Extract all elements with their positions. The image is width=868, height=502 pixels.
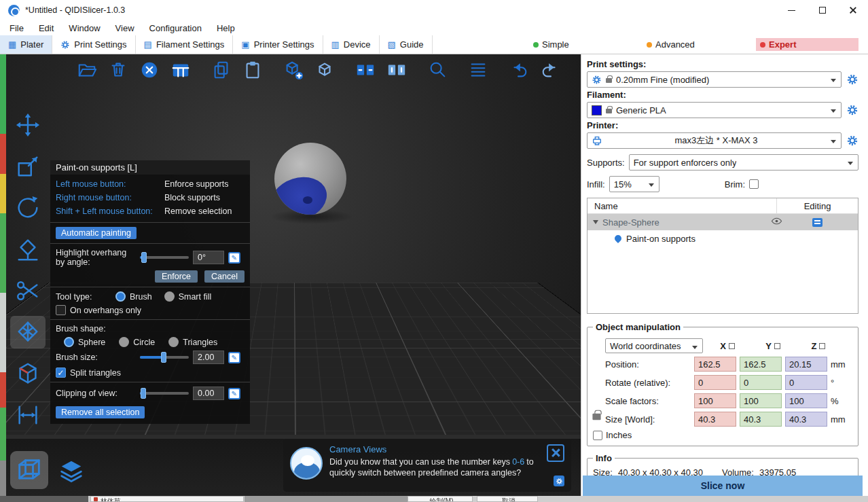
copy-button[interactable] [209,57,234,83]
model-sphere[interactable] [274,143,346,215]
move-tool[interactable] [10,109,46,141]
scale-x-field[interactable]: 100 [694,393,736,408]
brush-size-slider[interactable] [140,356,189,359]
visibility-eye-icon[interactable] [771,217,782,228]
undo-button[interactable] [506,57,532,83]
filament-gear-button[interactable] [846,104,858,116]
object-row-shape-sphere[interactable]: Shape-Sphere [587,214,858,230]
scale-tool[interactable] [10,150,46,183]
scale-z-field[interactable]: 100 [785,393,827,408]
tab-plater[interactable]: ▦ Plater [0,35,52,54]
tab-printer-settings[interactable]: ▣ Printer Settings [233,35,323,54]
print-settings-combo[interactable]: 0.20mm Fine (modified) [587,71,842,88]
size-x-field[interactable]: 40.3 [694,412,736,427]
menu-edit[interactable]: Edit [39,23,54,33]
highlight-overhang-value[interactable]: 0° [193,251,224,264]
brim-checkbox[interactable] [749,179,759,189]
brush-radio[interactable] [115,291,126,302]
edit-value-icon[interactable]: ✎ [228,388,240,399]
tab-print-settings[interactable]: Print Settings [52,35,135,54]
menu-window[interactable]: Window [69,23,100,33]
notification-close-button[interactable] [547,444,564,462]
paint-supports-tool[interactable] [10,316,46,348]
editor-view-toggle[interactable] [10,451,48,489]
rotate-x-field[interactable]: 0 [694,375,736,390]
row-editing-icon[interactable] [812,218,822,227]
print-settings-gear-button[interactable] [846,73,858,86]
enforce-button[interactable]: Enforce [155,270,198,283]
printer-gear-button[interactable] [846,135,858,147]
mode-simple[interactable]: Simple [529,38,632,51]
position-z-field[interactable]: 20.15 [785,357,827,372]
automatic-painting-button[interactable]: Automatic painting [56,227,137,239]
open-project-button[interactable] [74,57,100,83]
close-button[interactable] [837,0,868,20]
size-y-field[interactable]: 40.3 [740,412,782,427]
split-parts-button[interactable] [384,57,410,83]
cancel-button[interactable]: Cancel [204,270,245,283]
preview-view-toggle[interactable] [52,451,90,489]
highlight-overhang-slider[interactable] [140,256,189,259]
menu-view[interactable]: View [115,23,134,33]
object-row-paint-on-supports[interactable]: Paint-on supports [587,230,858,247]
edit-value-icon[interactable]: ✎ [228,252,240,264]
printer-combo[interactable]: max3左边 * X-MAX 3 [587,132,842,149]
inches-checkbox[interactable] [593,431,602,440]
tab-filament-settings[interactable]: ▤ Filament Settings [136,35,234,54]
add-instance-button[interactable] [281,57,306,83]
menu-configuration[interactable]: Configuration [149,23,202,33]
position-x-field[interactable]: 162.5 [694,357,736,372]
redo-button[interactable] [537,57,563,83]
clipping-value[interactable]: 0.00 [193,387,224,400]
background-window-button[interactable]: 取消 [477,496,538,502]
rotate-y-field[interactable]: 0 [740,375,782,390]
remove-instance-button[interactable] [312,57,338,83]
cut-tool[interactable] [10,274,46,307]
search-button[interactable] [424,57,450,83]
delete-all-button[interactable] [137,57,162,83]
mode-advanced[interactable]: Advanced [643,38,745,51]
uniform-scale-lock-icon[interactable] [592,414,600,420]
chevron-down-icon[interactable] [593,220,598,227]
measure-tool[interactable] [10,399,46,431]
menu-file[interactable]: File [10,23,24,33]
clipping-slider[interactable] [140,392,189,395]
remove-all-selection-button[interactable]: Remove all selection [56,406,145,418]
background-window-button[interactable]: 绘制(M) [408,496,473,502]
split-objects-button[interactable] [352,57,378,83]
brush-size-value[interactable]: 2.00 [193,351,224,364]
coordinates-combo[interactable]: World coordinates [605,338,703,353]
paste-button[interactable] [240,57,266,83]
tab-device[interactable]: ▥ Device [323,35,380,54]
place-on-face-tool[interactable] [10,233,46,266]
variable-layer-height-button[interactable] [465,57,491,83]
rotate-tool[interactable] [10,192,46,224]
rotate-z-field[interactable]: 0 [785,375,827,390]
slice-now-button[interactable]: Slice now [583,476,863,496]
mode-expert[interactable]: Expert [756,38,858,51]
delete-button[interactable] [105,57,131,83]
scale-y-field[interactable]: 100 [740,393,782,408]
supports-combo[interactable]: For support enforcers only [629,154,858,171]
smart-fill-radio[interactable] [164,291,175,302]
seam-paint-tool[interactable] [10,357,46,390]
size-z-field[interactable]: 40.3 [785,412,827,427]
position-y-field[interactable]: 162.5 [740,357,782,372]
minimize-button[interactable] [776,0,807,20]
arrange-button[interactable] [168,57,194,83]
filament-combo[interactable]: Generic PLA [587,102,842,118]
tab-guide[interactable]: ▧ Guide [380,35,433,54]
on-overhangs-only-checkbox[interactable] [56,305,66,315]
notification-settings-button[interactable] [554,476,564,486]
infill-combo[interactable]: 15% [609,176,659,192]
undo-icon [509,60,529,80]
edit-value-icon[interactable]: ✎ [228,352,240,363]
split-triangles-checkbox[interactable]: ✓ [56,367,66,378]
sphere-shape-radio[interactable] [64,337,74,347]
triangles-shape-radio[interactable] [168,337,179,347]
viewport-3d[interactable]: Paint-on supports [L] Left mouse button:… [6,54,581,496]
background-window-fragment[interactable]: 林休苑 [90,496,244,502]
circle-shape-radio[interactable] [119,337,129,347]
maximize-button[interactable] [807,0,837,20]
menu-help[interactable]: Help [217,23,235,33]
